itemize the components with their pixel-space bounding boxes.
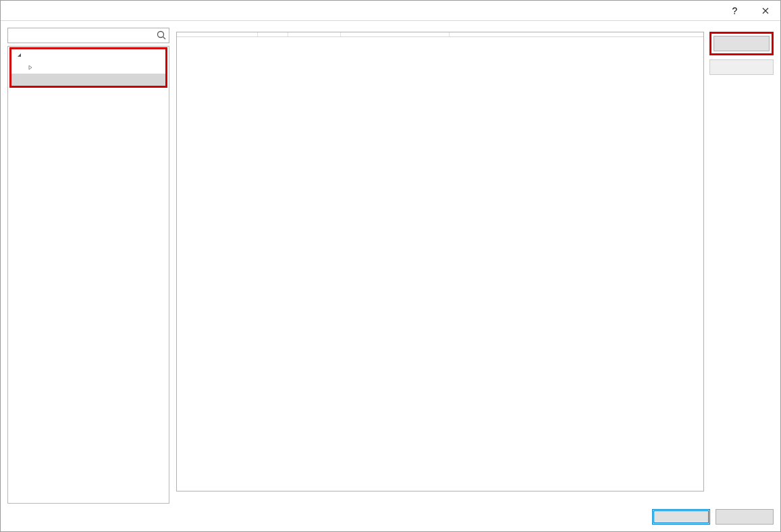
table-header [177,32,703,37]
col-port[interactable] [258,32,288,36]
titlebar: ? [1,1,780,21]
search-input[interactable] [7,28,169,43]
help-icon: ? [732,5,738,16]
chevron-down-icon[interactable] [16,51,24,59]
search-container [7,28,169,43]
ok-button[interactable] [652,509,710,525]
close-button[interactable] [750,1,780,20]
highlight-cross-platform [9,47,167,88]
svg-line-1 [163,37,166,40]
col-username[interactable] [288,32,341,36]
col-filler [449,32,703,36]
cancel-button[interactable] [716,509,774,525]
search-icon[interactable] [156,30,167,41]
table-body [177,37,703,491]
tree-leaf-spacer [37,76,45,84]
right-panel [176,28,774,504]
connections-table[interactable] [176,32,704,491]
options-dialog: ? [0,0,781,532]
hint-text [176,491,774,504]
table-buttons [709,32,774,491]
options-tree[interactable] [7,46,169,504]
dialog-footer [1,504,780,531]
chevron-right-icon[interactable] [26,63,34,72]
tree-item-connection-manager[interactable] [11,74,165,86]
svg-point-0 [158,32,164,38]
add-button[interactable] [713,36,770,51]
remove-button [709,59,774,75]
tree-item-cpp[interactable] [11,61,165,74]
tree-item-cross-platform[interactable] [11,49,165,61]
left-panel [7,28,169,504]
close-icon [762,7,769,14]
help-button[interactable]: ? [720,1,750,20]
highlight-add [709,32,774,55]
window-controls: ? [720,1,780,20]
col-os[interactable] [341,32,449,36]
col-hostname[interactable] [177,32,258,36]
